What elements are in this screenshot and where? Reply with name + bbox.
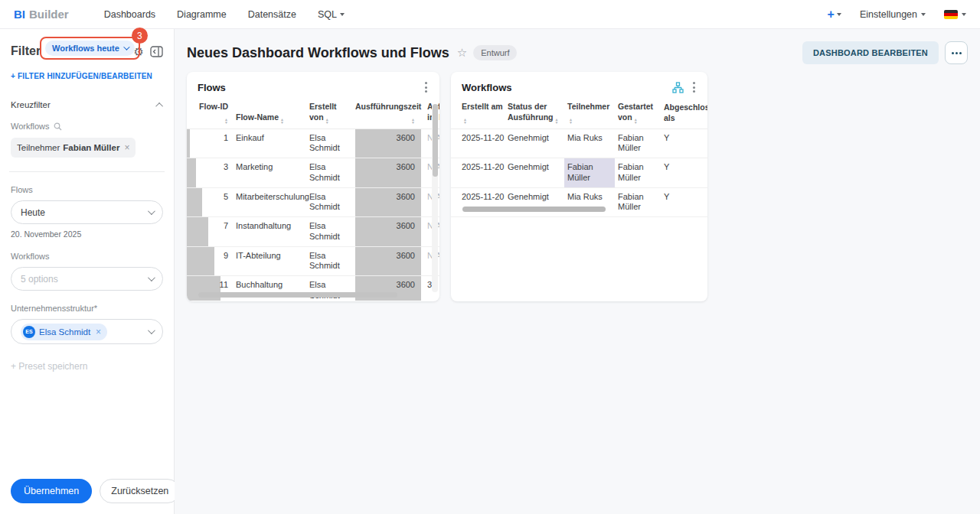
- apply-button[interactable]: Übernehmen: [11, 479, 92, 503]
- horizontal-scrollbar[interactable]: [198, 292, 397, 298]
- search-icon: [54, 122, 62, 131]
- sort-icon[interactable]: ▲▼: [224, 118, 228, 124]
- chevron-up-icon[interactable]: [155, 102, 163, 109]
- table-cell[interactable]: 3: [187, 158, 231, 187]
- brand-secondary: Builder: [29, 8, 69, 21]
- flows-filter-select[interactable]: Heute: [11, 200, 163, 224]
- edit-dashboard-button[interactable]: DASHBOARD BEARBEITEN: [802, 41, 939, 64]
- table-cell[interactable]: Marketing: [231, 158, 309, 187]
- table-cell[interactable]: 3600: [355, 129, 421, 158]
- horizontal-scrollbar[interactable]: [462, 207, 606, 212]
- column-header[interactable]: Teilnehmer▲▼: [564, 102, 615, 124]
- table-cell[interactable]: 7: [187, 217, 231, 246]
- collapse-sidebar-icon[interactable]: [150, 46, 163, 57]
- table-row[interactable]: 7InstandhaltungElsa Schmidt3600N/A: [187, 217, 439, 247]
- nav-item-diagramme[interactable]: Diagramme: [177, 9, 227, 20]
- table-cell[interactable]: 1: [187, 129, 231, 158]
- remove-chip-icon[interactable]: ×: [96, 327, 101, 337]
- sort-icon[interactable]: ▲▼: [569, 118, 573, 124]
- scrollbar-thumb[interactable]: [433, 104, 438, 177]
- table-row[interactable]: 2025-11-20GenehmigtMia RuksFabian Müller…: [451, 129, 707, 159]
- brand-logo[interactable]: BI Builder: [14, 8, 69, 21]
- table-cell[interactable]: Fabian Müller: [615, 158, 661, 187]
- table-cell[interactable]: Mia Ruks: [564, 129, 615, 158]
- org-filter-select[interactable]: ES Elsa Schmidt ×: [11, 319, 163, 344]
- column-header[interactable]: Ausfführungszeit▲▼: [355, 102, 421, 124]
- kreuzfilter-title: Kreuzfilter: [11, 100, 51, 109]
- sort-icon[interactable]: ▲▼: [463, 118, 467, 124]
- more-options-button[interactable]: [945, 41, 968, 64]
- reset-button[interactable]: Zurücksetzen: [100, 479, 180, 503]
- dashboard-header-actions: DASHBOARD BEARBEITEN: [802, 41, 968, 64]
- filter-header: Filter Workflows heute 3 ⚙: [11, 40, 163, 63]
- table-cell[interactable]: 2025-11-20: [451, 158, 508, 187]
- topnav-right: + Einstellungen: [828, 8, 966, 21]
- add-filter-link[interactable]: + FILTER HINZUFÜGEN/BEARBEITEN: [11, 72, 163, 80]
- column-header[interactable]: Status der Ausführung▲▼: [508, 102, 564, 124]
- sort-icon[interactable]: ▲▼: [280, 118, 284, 124]
- table-cell[interactable]: 5: [187, 188, 231, 217]
- table-row[interactable]: 9IT-AbteilungElsa Schmidt3600N/A: [187, 247, 439, 277]
- kebab-menu-icon[interactable]: [691, 80, 697, 94]
- data-bar: [187, 217, 208, 246]
- nav-item-sql[interactable]: SQL: [318, 9, 345, 20]
- table-cell[interactable]: Elsa Schmidt: [309, 129, 355, 158]
- kebab-menu-icon[interactable]: [423, 80, 429, 94]
- sort-icon[interactable]: ▲▼: [325, 118, 329, 124]
- column-header[interactable]: Flow-ID▲▼: [187, 102, 231, 124]
- table-cell[interactable]: 3600: [355, 188, 421, 217]
- sort-icon[interactable]: ▲▼: [411, 118, 415, 124]
- org-chip[interactable]: ES Elsa Schmidt ×: [21, 324, 107, 340]
- vertical-scrollbar[interactable]: [432, 104, 438, 292]
- table-cell[interactable]: 3600: [355, 247, 421, 276]
- favorite-star-icon[interactable]: ☆: [457, 46, 467, 60]
- table-cell[interactable]: Elsa Schmidt: [309, 217, 355, 246]
- column-header[interactable]: Erstellt von▲▼: [309, 102, 355, 124]
- table-cell[interactable]: Fabian Müller: [615, 129, 661, 158]
- language-dropdown[interactable]: [944, 10, 966, 19]
- table-cell[interactable]: Mitarbeiterschulung: [231, 188, 309, 217]
- table-row[interactable]: 2025-11-20GenehmigtFabian MüllerFabian M…: [451, 158, 707, 188]
- table-row[interactable]: 1EinkaufElsa Schmidt3600N/A: [187, 129, 439, 159]
- nav-item-dashboards[interactable]: Dashboards: [104, 9, 155, 20]
- drill-hierarchy-icon[interactable]: [672, 82, 684, 93]
- save-preset-link[interactable]: + Preset speichern: [11, 361, 163, 372]
- sort-icon[interactable]: ▲▼: [555, 118, 559, 124]
- table-cell[interactable]: Genehmigt: [508, 158, 564, 187]
- table-cell[interactable]: Elsa Schmidt: [309, 158, 355, 187]
- nav-item-datensaetze[interactable]: Datensätze: [248, 9, 296, 20]
- column-header[interactable]: Erstellt am▲▼: [451, 102, 508, 124]
- crossfilter-chip[interactable]: Teilnehmer Fabian Müller ×: [11, 138, 136, 158]
- table-cell[interactable]: Elsa Schmidt: [309, 247, 355, 276]
- settings-dropdown[interactable]: Einstellungen: [860, 9, 926, 20]
- table-cell[interactable]: Y: [661, 129, 707, 158]
- workflows-filter-select[interactable]: 5 options: [11, 267, 163, 291]
- table-cell[interactable]: 3600: [355, 217, 421, 246]
- table-cell[interactable]: 2025-11-20: [451, 188, 508, 217]
- table-cell[interactable]: Y: [661, 158, 707, 187]
- table-cell[interactable]: 3600: [355, 158, 421, 187]
- table-cell[interactable]: IT-Abteilung: [231, 247, 309, 276]
- table-cell[interactable]: Genehmigt: [508, 129, 564, 158]
- column-header[interactable]: Flow-Name▲▼: [231, 112, 309, 124]
- table-row[interactable]: 2025-11-20GenehmigtMia RuksFabian Müller…: [451, 188, 707, 218]
- new-item-dropdown[interactable]: +: [828, 8, 841, 21]
- table-cell[interactable]: Einkauf: [231, 129, 309, 158]
- column-header[interactable]: Gestartet von▲▼: [615, 102, 661, 124]
- table-cell[interactable]: Instandhaltung: [231, 217, 309, 246]
- flows-table: Flow-ID▲▼Flow-Name▲▼Erstellt von▲▼Ausffü…: [187, 99, 439, 301]
- table-row[interactable]: 3MarketingElsa Schmidt3600N/A: [187, 158, 439, 188]
- table-row[interactable]: 5MitarbeiterschulungElsa Schmidt3600N/A: [187, 188, 439, 218]
- table-cell[interactable]: 2025-11-20: [451, 129, 508, 158]
- table-cell[interactable]: Fabian Müller: [564, 158, 615, 187]
- preset-dropdown[interactable]: Workflows heute: [45, 41, 135, 56]
- table-cell[interactable]: Genehmigt: [508, 188, 564, 217]
- sort-icon[interactable]: ▲▼: [634, 118, 638, 124]
- table-cell[interactable]: Mia Ruks: [564, 188, 615, 217]
- column-header[interactable]: Abgeschlossen als: [661, 102, 707, 123]
- remove-chip-icon[interactable]: ×: [124, 142, 129, 153]
- table-cell[interactable]: Fabian Müller: [615, 188, 661, 217]
- table-cell[interactable]: Y: [661, 188, 707, 217]
- table-cell[interactable]: 9: [187, 247, 231, 276]
- table-cell[interactable]: Elsa Schmidt: [309, 188, 355, 217]
